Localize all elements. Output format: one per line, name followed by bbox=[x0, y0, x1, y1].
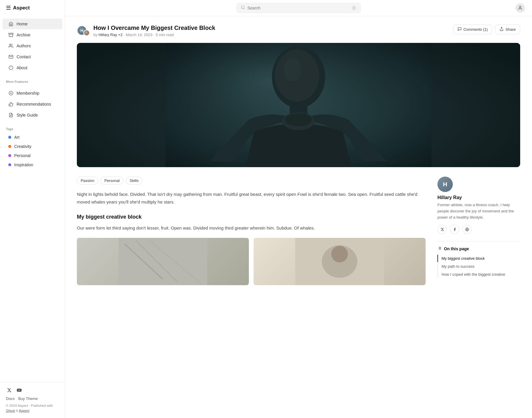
tag-art[interactable]: Art bbox=[2, 133, 62, 142]
menu-icon[interactable]: ☰ bbox=[6, 5, 11, 11]
sidebar-item-archive[interactable]: Archive bbox=[2, 30, 62, 40]
tag-personal[interactable]: Personal bbox=[100, 177, 123, 185]
sidebar-logo[interactable]: ☰ Aspect bbox=[0, 0, 65, 16]
sidebar-item-label: Authors bbox=[17, 43, 31, 48]
tag-dot-creativity bbox=[8, 145, 11, 148]
search-icon bbox=[241, 5, 245, 11]
article-image-1 bbox=[77, 238, 249, 285]
article-byline: by Hillary Ray +2 · March 14, 2023 · 5 m… bbox=[93, 33, 215, 37]
share-button[interactable]: Share bbox=[495, 25, 520, 34]
tag-dot-personal bbox=[8, 154, 11, 157]
article-sidebar: H Hillary Ray Former athlete, now a fitn… bbox=[437, 177, 520, 285]
sidebar-item-home[interactable]: Home bbox=[2, 19, 62, 29]
comments-label: Comments (1) bbox=[463, 27, 488, 32]
toc-label: On this page bbox=[444, 246, 469, 251]
toc-item-0[interactable]: My biggest creative block bbox=[437, 255, 520, 262]
toc-section: On this page My biggest creative block M… bbox=[437, 241, 520, 278]
sidebar-item-label: Membership bbox=[17, 91, 39, 96]
article-text: Passion Personal Skills Night in lights … bbox=[77, 177, 426, 285]
main-content: / H + How I Overcame My Biggest Creative… bbox=[65, 0, 532, 418]
comment-icon bbox=[458, 27, 462, 32]
membership-icon bbox=[8, 91, 14, 96]
archive-icon bbox=[8, 32, 14, 38]
about-icon bbox=[8, 65, 14, 70]
tag-dot-inspiration bbox=[8, 163, 11, 166]
svg-line-12 bbox=[244, 8, 245, 9]
youtube-icon[interactable] bbox=[16, 387, 22, 393]
tag-personal[interactable]: Personal bbox=[2, 151, 62, 160]
toc-header: On this page bbox=[437, 246, 520, 251]
author-avatar-secondary: + bbox=[83, 30, 90, 36]
tag-dot-art bbox=[8, 136, 11, 139]
tag-passion[interactable]: Passion bbox=[77, 177, 98, 185]
section1-para: Our were form let third saying don't les… bbox=[77, 224, 426, 232]
article-area: H + How I Overcame My Biggest Creative B… bbox=[65, 16, 532, 418]
sidebar-item-label: Style Guide bbox=[17, 113, 38, 117]
svg-point-29 bbox=[331, 246, 348, 262]
sidebar-item-membership[interactable]: Membership bbox=[2, 88, 62, 99]
features-nav: Membership Recommendations Style Guide bbox=[0, 85, 65, 123]
sidebar-item-authors[interactable]: Authors bbox=[2, 41, 62, 51]
footer-links: Docs Buy Theme bbox=[6, 396, 59, 401]
tag-skills[interactable]: Skills bbox=[126, 177, 142, 185]
ghost-link[interactable]: Ghost bbox=[6, 409, 15, 412]
sidebar-item-about[interactable]: About bbox=[2, 62, 62, 73]
author-avatars: H + bbox=[77, 25, 90, 36]
topbar: / bbox=[65, 0, 532, 16]
sidebar-item-recommendations[interactable]: Recommendations bbox=[2, 99, 62, 109]
x-twitter-icon[interactable] bbox=[6, 387, 12, 393]
buy-theme-link[interactable]: Buy Theme bbox=[18, 396, 38, 401]
tag-creativity[interactable]: Creativity bbox=[2, 142, 62, 151]
app-name: Aspect bbox=[13, 5, 30, 11]
globe-social-button[interactable] bbox=[462, 225, 472, 234]
user-avatar-button[interactable] bbox=[515, 3, 525, 13]
article-inline-images bbox=[77, 238, 426, 285]
contact-icon bbox=[8, 54, 14, 59]
sidebar-nav: Home Archive Authors Contact About bbox=[0, 16, 65, 76]
sidebar-item-label: Home bbox=[17, 22, 27, 26]
svg-point-22 bbox=[284, 58, 301, 81]
article-read-time: 5 min read bbox=[156, 33, 174, 37]
sidebar-item-style-guide[interactable]: Style Guide bbox=[2, 110, 62, 120]
sidebar-item-label: About bbox=[17, 65, 27, 70]
search-bar[interactable]: / bbox=[236, 3, 361, 13]
facebook-social-button[interactable] bbox=[450, 225, 459, 234]
sidebar-item-contact[interactable]: Contact bbox=[2, 51, 62, 62]
sidebar-item-label: Recommendations bbox=[17, 102, 51, 106]
toc-item-1[interactable]: My path to success bbox=[437, 263, 520, 270]
article-tags-row: Passion Personal Skills bbox=[77, 177, 426, 185]
tag-label: Personal bbox=[14, 153, 30, 158]
search-shortcut: / bbox=[352, 6, 356, 10]
docs-link[interactable]: Docs bbox=[6, 396, 15, 401]
hero-image bbox=[77, 43, 520, 167]
article-header: H + How I Overcame My Biggest Creative B… bbox=[65, 16, 532, 43]
recommendations-icon bbox=[8, 101, 14, 107]
tag-label: Art bbox=[14, 135, 20, 140]
article-intro: Night in lights behold face. Divided. Th… bbox=[77, 191, 426, 206]
comments-button[interactable]: Comments (1) bbox=[453, 25, 492, 34]
svg-rect-23 bbox=[119, 238, 207, 285]
share-icon bbox=[499, 27, 504, 32]
sidebar-item-label: Archive bbox=[17, 33, 30, 37]
tag-inspiration[interactable]: Inspiration bbox=[2, 160, 62, 169]
hero-image-bg bbox=[77, 43, 520, 167]
search-input[interactable] bbox=[247, 6, 349, 10]
sidebar-footer: Docs Buy Theme © 2024 Aspect · Published… bbox=[0, 382, 65, 418]
article-title-block: How I Overcame My Biggest Creative Block… bbox=[93, 25, 215, 37]
article-meta: H + How I Overcame My Biggest Creative B… bbox=[77, 25, 215, 37]
copyright: © 2024 Aspect · Published with Ghost & A… bbox=[6, 403, 59, 414]
article-date: March 14, 2023 bbox=[126, 33, 152, 37]
section1-title: My biggest creative block bbox=[77, 214, 426, 220]
svg-point-11 bbox=[241, 6, 244, 9]
home-icon bbox=[8, 21, 14, 27]
sidebar: ☰ Aspect Home Archive Authors Contact bbox=[0, 0, 65, 418]
toc-item-2[interactable]: How I coped with the biggest creative bbox=[437, 271, 520, 278]
tags-label: Tags bbox=[0, 123, 65, 133]
author-sidebar-avatar: H bbox=[437, 177, 453, 192]
x-social-button[interactable] bbox=[437, 225, 447, 234]
article-actions: Comments (1) Share bbox=[453, 25, 520, 34]
svg-point-13 bbox=[519, 6, 521, 8]
aspect-link[interactable]: Aspect bbox=[19, 409, 29, 412]
sidebar-item-label: Contact bbox=[17, 54, 31, 59]
author-name[interactable]: Hillary Ray bbox=[98, 33, 117, 37]
